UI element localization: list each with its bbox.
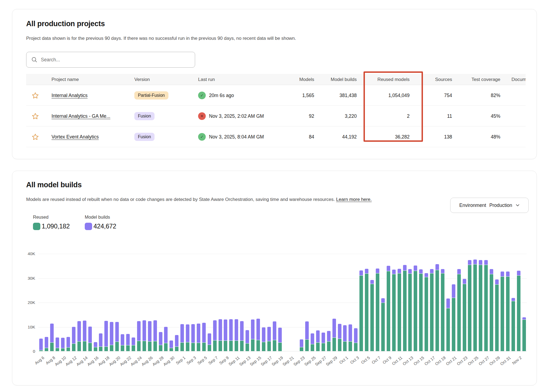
reused-segment [446,308,450,351]
model-builds-segment [425,273,428,277]
model-builds-segment [246,330,249,343]
bar-aug-15 [88,327,92,351]
models-value: 1,565 [273,85,314,106]
bar-oct-5 [365,269,368,351]
bar-aug-28 [159,332,162,351]
reused-segment [359,276,363,351]
model-builds-segment [419,269,423,273]
model-builds-segment [110,322,113,345]
model-builds-segment [359,270,363,275]
reused-segment [175,347,178,351]
x-axis-tick: Oct 29 [489,355,501,366]
model-builds-segment [365,269,368,273]
bar-oct-4 [359,270,363,351]
favorite-star-button[interactable] [32,113,39,120]
model-builds-segment [343,325,347,341]
favorite-star-button[interactable] [32,133,39,141]
x-axis-tick: Sep 7 [207,355,219,366]
projects-table: Project name Version Last run Models Mod… [26,74,526,147]
reused-segment [180,343,184,351]
x-axis-tick: Sep 1 [175,355,186,366]
reused-segment [305,340,309,351]
reused-segment [479,265,482,351]
bar-chart-plot [38,254,527,351]
col-header-test-coverage: Test coverage [459,74,500,85]
reused-total: 1,090,182 [42,223,70,230]
reused-segment [164,343,168,351]
project-link[interactable]: Vortex Event Analytics [52,134,99,140]
x-axis-tick: Oct 23 [456,355,468,366]
x-axis-tick: Oct 13 [402,355,414,366]
bar-oct-25 [473,260,477,351]
bar-oct-28 [490,269,493,351]
x-axis-tick: Sep 27 [314,355,327,367]
col-header-documentation: Docum [511,74,526,85]
model-builds-segment [387,266,390,271]
legend-value-model-builds: 424,672 [85,223,116,230]
bar-oct-8 [381,298,385,351]
projects-table-header: Project name Version Last run Models Mod… [26,74,526,85]
search-icon [31,57,37,63]
reused-segment [457,274,461,351]
bar-aug-13 [77,321,81,351]
x-axis-tick: Oct 19 [434,355,447,366]
reused-segment [235,341,238,351]
project-link[interactable]: Internal Analytics - GA Me... [52,113,110,119]
reused-segment [484,265,488,351]
test-coverage-value: 48% [459,126,500,147]
model-builds-value: 44,192 [316,126,357,147]
test-coverage-value: 45% [459,106,500,126]
bar-aug-10 [61,338,65,351]
bar-oct-6 [370,280,374,351]
reused-segment [169,348,173,351]
model-builds-segment [495,279,499,284]
bar-aug-14 [83,321,86,351]
environment-dropdown[interactable]: Environment Production [450,198,529,213]
bar-oct-2 [349,324,352,351]
environment-label: Environment [459,203,486,208]
reused-segment [256,340,260,351]
project-link[interactable]: Internal Analytics [52,93,87,98]
bar-oct-21 [452,284,455,351]
last-run-value: Nov 3, 2025, 8:04 AM GM [209,134,264,140]
model-builds-segment [522,317,526,320]
bar-aug-25 [143,320,146,351]
bar-oct-20 [446,298,450,351]
version-badge: Fusion [134,112,155,120]
reused-segment [197,343,200,351]
model-builds-segment [490,269,493,274]
reused-segment [311,344,314,351]
model-builds-segment [83,321,86,341]
bar-sep-4 [197,324,200,351]
reused-segment [463,284,466,351]
model-builds-segment [224,319,227,340]
reused-segment [213,340,217,351]
reused-segment [115,342,119,351]
search-input[interactable] [41,57,190,63]
gridline [38,254,527,254]
model-builds-segment [45,337,48,348]
model-builds-segment [159,332,162,345]
x-axis-tick: Sep 21 [281,355,295,367]
bar-oct-26 [479,260,482,351]
x-axis-tick: Oct 9 [382,355,392,365]
favorite-star-button[interactable] [32,92,39,99]
model-builds-segment [370,280,374,284]
reused-segment [83,341,86,351]
reused-segment [126,345,130,351]
x-axis-tick: Sep 23 [292,355,305,367]
model-builds-value: 3,220 [316,106,357,126]
x-axis-tick: Aug 22 [119,355,132,367]
bar-oct-29 [495,279,499,351]
learn-more-link[interactable]: Learn more here. [336,197,371,202]
model-builds-segment [132,337,135,345]
model-builds-segment [148,321,152,341]
model-builds-segment [175,335,178,346]
model-builds-segment [126,334,130,345]
reused-segment [338,339,341,351]
model-builds-segment [186,324,189,342]
bar-oct-18 [435,264,439,351]
reused-segment [104,347,108,351]
col-header-version: Version [134,74,150,85]
x-axis-tick: Oct 1 [338,355,349,365]
